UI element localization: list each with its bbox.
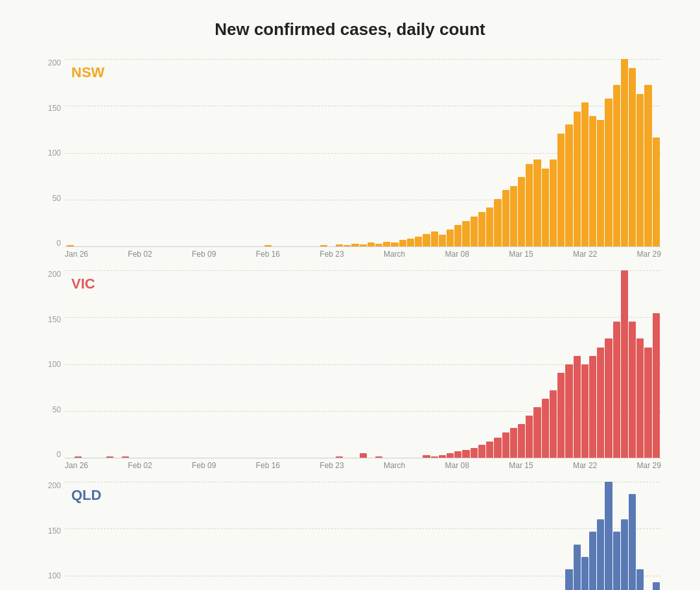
bar	[605, 338, 612, 458]
bar	[462, 221, 469, 247]
chart-title: New confirmed cases, daily count	[215, 19, 485, 40]
bar	[502, 190, 509, 247]
bar	[486, 442, 493, 458]
bar	[644, 85, 651, 247]
x-axis-label: Mar 08	[445, 250, 469, 259]
bar	[471, 217, 478, 247]
y-axis-label: 100	[48, 149, 61, 157]
bar	[542, 169, 549, 247]
bar	[550, 390, 557, 458]
x-axis-label: Mar 15	[509, 250, 533, 259]
x-axis-label: Jan 26	[65, 461, 88, 470]
chart-vic: 200150100500VICJan 26Feb 02Feb 09Feb 16F…	[39, 270, 661, 470]
y-axis-label: 50	[52, 406, 61, 414]
bar	[629, 322, 636, 458]
bar	[533, 159, 541, 247]
bar	[526, 416, 533, 458]
x-axis-label: Mar 22	[573, 250, 597, 259]
bar	[518, 177, 525, 247]
bar	[526, 164, 533, 247]
bar	[415, 237, 422, 247]
y-axis-label: 150	[48, 527, 61, 535]
bar	[589, 116, 596, 247]
bar	[557, 134, 565, 247]
bar	[653, 313, 660, 458]
state-label-qld: QLD	[71, 487, 101, 504]
bar	[621, 519, 628, 590]
bar	[589, 532, 596, 590]
x-axis-label: March	[384, 250, 405, 259]
y-axis-label: 100	[48, 572, 61, 580]
bar	[407, 239, 414, 247]
bar	[542, 399, 549, 458]
bar	[550, 159, 557, 247]
bar	[478, 445, 485, 458]
bar	[597, 120, 604, 247]
bar	[605, 99, 612, 247]
bar	[447, 230, 454, 247]
y-axis-label: 150	[48, 316, 61, 324]
bar	[574, 112, 581, 247]
bar	[502, 432, 509, 458]
bar	[636, 338, 644, 458]
bar	[533, 407, 541, 458]
y-axis-label: 50	[52, 195, 61, 202]
x-axis-label: Feb 09	[192, 461, 216, 470]
bar	[621, 59, 628, 247]
x-axis-label: Feb 09	[192, 250, 216, 259]
bar	[510, 186, 517, 247]
bar	[581, 364, 589, 458]
x-axis-label: Feb 02	[128, 250, 152, 259]
x-axis-label: Mar 15	[509, 461, 533, 470]
bar	[439, 235, 446, 247]
x-axis-label: Feb 23	[320, 250, 344, 259]
bar	[518, 424, 525, 458]
bar	[581, 102, 589, 247]
y-axis-label: 150	[48, 104, 61, 112]
bar	[613, 532, 620, 590]
bar	[486, 207, 493, 247]
bar	[510, 428, 517, 458]
x-axis-label: Feb 23	[320, 461, 344, 470]
chart-nsw: 200150100500NSWJan 26Feb 02Feb 09Feb 16F…	[39, 59, 661, 259]
bar	[431, 231, 438, 247]
bar	[644, 348, 651, 458]
y-axis-label: 200	[48, 482, 61, 490]
bar	[621, 270, 628, 458]
bar	[653, 137, 660, 247]
bar	[565, 124, 572, 247]
y-axis-label: 0	[56, 451, 61, 458]
bar	[636, 94, 644, 247]
x-axis-label: Jan 26	[65, 250, 88, 259]
bar	[653, 582, 660, 590]
chart-qld: 200150100500QLDJan 26Feb 02Feb 09Feb 16F…	[39, 482, 661, 590]
y-axis-label: 200	[48, 270, 61, 278]
bar	[597, 519, 604, 590]
bar	[629, 68, 636, 248]
bar	[557, 373, 565, 458]
x-axis-label: Feb 02	[128, 461, 152, 470]
bar	[565, 569, 572, 590]
bar	[613, 85, 620, 247]
bar	[423, 234, 430, 247]
bar	[478, 212, 485, 247]
y-axis-label: 100	[48, 360, 61, 368]
bar	[494, 438, 501, 458]
y-axis-label: 0	[56, 239, 61, 247]
state-label-nsw: NSW	[71, 64, 104, 81]
x-axis-label: Mar 08	[445, 461, 469, 470]
bar	[581, 557, 589, 590]
y-axis-label: 200	[48, 59, 61, 67]
x-axis-label: Mar 29	[637, 250, 661, 259]
x-axis-label: March	[384, 461, 405, 470]
bar	[574, 545, 581, 590]
x-axis-label: Feb 16	[256, 461, 280, 470]
bar	[613, 322, 620, 458]
bar	[605, 482, 612, 590]
bar	[574, 356, 581, 458]
bar	[636, 569, 644, 590]
bar	[565, 364, 572, 458]
bar	[471, 448, 478, 458]
bar	[629, 494, 636, 590]
bar	[589, 356, 596, 458]
